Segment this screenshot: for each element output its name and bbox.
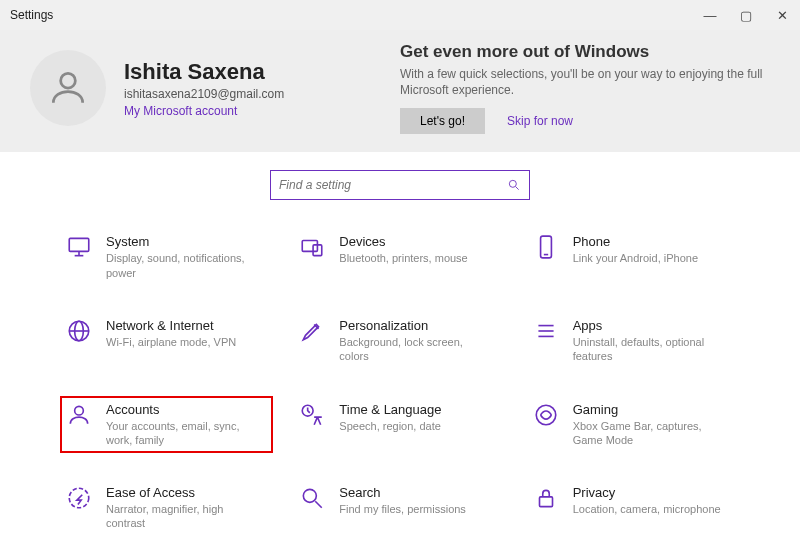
- search-settings-icon: [299, 485, 325, 511]
- tile-desc: Background, lock screen, colors: [339, 335, 489, 364]
- profile-email: ishitasaxena2109@gmail.com: [124, 87, 284, 101]
- lets-go-button[interactable]: Let's go!: [400, 108, 485, 134]
- lock-icon: [533, 485, 559, 511]
- globe-icon: [66, 318, 92, 344]
- accounts-icon: [66, 402, 92, 428]
- tile-desc: Bluetooth, printers, mouse: [339, 251, 467, 265]
- tile-apps[interactable]: AppsUninstall, defaults, optional featur…: [527, 312, 740, 370]
- tile-title: Time & Language: [339, 402, 441, 417]
- tile-desc: Find my files, permissions: [339, 502, 466, 516]
- tile-title: Privacy: [573, 485, 721, 500]
- svg-rect-3: [69, 239, 89, 252]
- devices-icon: [299, 234, 325, 260]
- tile-ease-of-access[interactable]: Ease of AccessNarrator, magnifier, high …: [60, 479, 273, 536]
- tile-desc: Xbox Game Bar, captures, Game Mode: [573, 419, 723, 448]
- tile-title: Network & Internet: [106, 318, 236, 333]
- tile-phone[interactable]: PhoneLink your Android, iPhone: [527, 228, 740, 286]
- gaming-icon: [533, 402, 559, 428]
- apps-icon: [533, 318, 559, 344]
- tile-time-language[interactable]: Time & LanguageSpeech, region, date: [293, 396, 506, 454]
- svg-rect-23: [539, 497, 552, 507]
- svg-line-22: [316, 501, 323, 508]
- tile-desc: Display, sound, notifications, power: [106, 251, 256, 280]
- promo-heading: Get even more out of Windows: [400, 42, 770, 62]
- svg-rect-6: [303, 241, 318, 252]
- svg-point-1: [509, 181, 516, 188]
- minimize-button[interactable]: —: [692, 0, 728, 30]
- tile-desc: Uninstall, defaults, optional features: [573, 335, 723, 364]
- close-button[interactable]: ✕: [764, 0, 800, 30]
- tile-network[interactable]: Network & InternetWi-Fi, airplane mode, …: [60, 312, 273, 370]
- tile-title: Apps: [573, 318, 723, 333]
- search-box[interactable]: [270, 170, 530, 200]
- tile-title: Phone: [573, 234, 698, 249]
- system-icon: [66, 234, 92, 260]
- time-language-icon: [299, 402, 325, 428]
- tile-search[interactable]: SearchFind my files, permissions: [293, 479, 506, 536]
- tile-title: Search: [339, 485, 466, 500]
- header: Ishita Saxena ishitasaxena2109@gmail.com…: [0, 30, 800, 152]
- profile-block: Ishita Saxena ishitasaxena2109@gmail.com…: [30, 42, 400, 134]
- skip-link[interactable]: Skip for now: [507, 114, 573, 128]
- tile-title: Devices: [339, 234, 467, 249]
- svg-line-2: [516, 187, 519, 190]
- promo: Get even more out of Windows With a few …: [400, 42, 770, 134]
- tile-desc: Narrator, magnifier, high contrast: [106, 502, 256, 531]
- profile-name: Ishita Saxena: [124, 59, 284, 85]
- search-container: [0, 152, 800, 208]
- tile-desc: Wi-Fi, airplane mode, VPN: [106, 335, 236, 349]
- tile-desc: Location, camera, microphone: [573, 502, 721, 516]
- search-icon: [507, 178, 521, 192]
- microsoft-account-link[interactable]: My Microsoft account: [124, 104, 284, 118]
- tile-personalization[interactable]: PersonalizationBackground, lock screen, …: [293, 312, 506, 370]
- ease-of-access-icon: [66, 485, 92, 511]
- tile-desc: Link your Android, iPhone: [573, 251, 698, 265]
- tile-gaming[interactable]: GamingXbox Game Bar, captures, Game Mode: [527, 396, 740, 454]
- tile-devices[interactable]: DevicesBluetooth, printers, mouse: [293, 228, 506, 286]
- phone-icon: [533, 234, 559, 260]
- profile-text: Ishita Saxena ishitasaxena2109@gmail.com…: [124, 59, 284, 118]
- person-icon: [46, 66, 90, 110]
- avatar[interactable]: [30, 50, 106, 126]
- search-input[interactable]: [279, 178, 507, 192]
- svg-point-21: [304, 489, 317, 502]
- tile-title: System: [106, 234, 256, 249]
- svg-point-17: [75, 406, 84, 415]
- svg-point-19: [536, 405, 556, 425]
- window-title: Settings: [10, 8, 692, 22]
- promo-body: With a few quick selections, you'll be o…: [400, 66, 770, 98]
- tile-title: Gaming: [573, 402, 723, 417]
- tile-privacy[interactable]: PrivacyLocation, camera, microphone: [527, 479, 740, 536]
- tile-desc: Your accounts, email, sync, work, family: [106, 419, 256, 448]
- tile-system[interactable]: SystemDisplay, sound, notifications, pow…: [60, 228, 273, 286]
- tile-title: Ease of Access: [106, 485, 256, 500]
- tile-accounts[interactable]: AccountsYour accounts, email, sync, work…: [60, 396, 273, 454]
- settings-grid: SystemDisplay, sound, notifications, pow…: [0, 208, 800, 536]
- tile-desc: Speech, region, date: [339, 419, 441, 433]
- svg-point-0: [61, 74, 76, 89]
- tile-title: Accounts: [106, 402, 256, 417]
- maximize-button[interactable]: ▢: [728, 0, 764, 30]
- titlebar: Settings — ▢ ✕: [0, 0, 800, 30]
- brush-icon: [299, 318, 325, 344]
- tile-title: Personalization: [339, 318, 489, 333]
